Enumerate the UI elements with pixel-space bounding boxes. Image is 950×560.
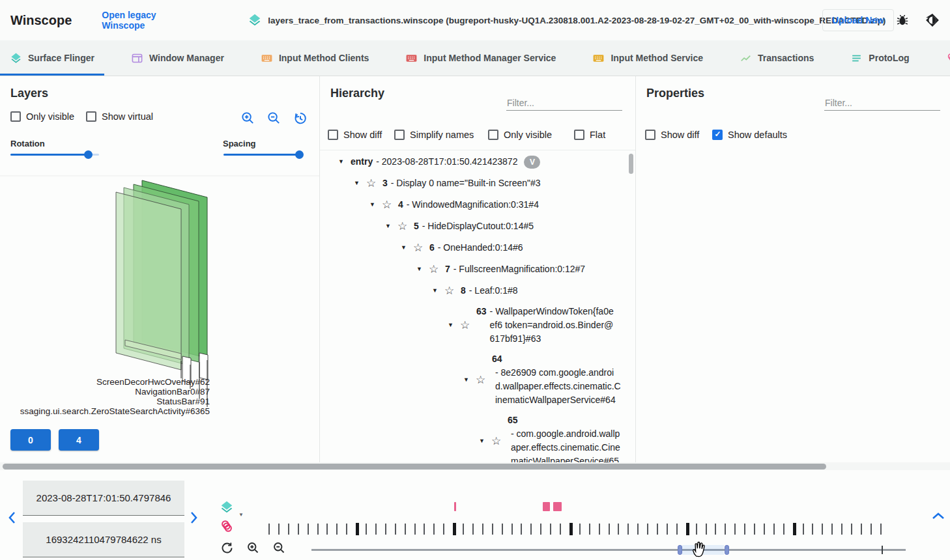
pin-star-icon[interactable]: ☆: [460, 318, 476, 332]
timeline-tick[interactable]: [599, 524, 600, 535]
expand-caret-icon[interactable]: ▼: [416, 262, 429, 276]
timeline-tick[interactable]: [734, 524, 736, 535]
pin-star-icon[interactable]: ☆: [429, 262, 445, 276]
timeline-tick[interactable]: [414, 524, 416, 535]
timeline-tick[interactable]: [637, 524, 639, 535]
timeline-tick[interactable]: [560, 524, 561, 535]
timeline-tick[interactable]: [521, 524, 522, 535]
tree-row[interactable]: ▼ ☆ 8- Leaf:0:1#8: [320, 280, 626, 301]
tree-row[interactable]: ▼ ☆ 6- OneHanded:0:14#6: [320, 237, 626, 259]
zoom-in-icon[interactable]: [240, 111, 255, 126]
timeline-tick[interactable]: [375, 524, 377, 535]
timeline-tick[interactable]: [502, 524, 503, 535]
tab-input-method-manager-service[interactable]: Input Method Manager Service: [396, 40, 566, 76]
timeline-tick[interactable]: [754, 524, 755, 535]
timeline-zoom-slider[interactable]: [311, 544, 906, 556]
timeline-tick[interactable]: [831, 524, 833, 535]
properties-filter-input[interactable]: [824, 96, 940, 111]
tree-row[interactable]: ▼ ☆ 65- com.google.android.wallpaper.eff…: [320, 410, 626, 462]
timeline-tick[interactable]: [463, 524, 464, 535]
hierarchy-scrollbar[interactable]: [629, 154, 633, 174]
zoom-in-icon[interactable]: [246, 541, 260, 555]
expand-caret-icon[interactable]: ▼: [385, 219, 397, 233]
display-button-0[interactable]: 0: [10, 429, 51, 451]
timeline-tick[interactable]: [667, 524, 668, 535]
zoom-slider-selected-range[interactable]: [682, 545, 724, 555]
timeline-tick[interactable]: [336, 524, 338, 535]
layer-rect-small[interactable]: [199, 353, 208, 380]
tab-transitions[interactable]: Transitions: [936, 40, 950, 76]
rotation-slider[interactable]: [10, 154, 99, 156]
timeline-tick[interactable]: [589, 524, 590, 535]
transition-marker[interactable]: [553, 502, 562, 511]
pin-star-icon[interactable]: ☆: [397, 219, 414, 233]
timeline-tick[interactable]: [443, 524, 444, 535]
timeline-tick[interactable]: [618, 524, 619, 535]
transition-marker[interactable]: [543, 502, 550, 511]
human-timestamp-input[interactable]: [23, 481, 184, 516]
timeline-tick[interactable]: [696, 524, 697, 535]
timeline-tick[interactable]: [278, 524, 280, 535]
timeline-tick[interactable]: [706, 524, 707, 535]
timeline-tick[interactable]: [841, 524, 842, 535]
rotation-slider-thumb[interactable]: [84, 150, 93, 159]
layers-3d-view[interactable]: [0, 174, 319, 408]
ns-timestamp-input[interactable]: [23, 522, 184, 557]
timeline-tick[interactable]: [851, 524, 852, 535]
bug-report-icon[interactable]: [895, 13, 910, 27]
tree-row[interactable]: ▼ ☆ 5- HideDisplayCutout:0:14#5: [320, 216, 626, 237]
timeline-tick[interactable]: [453, 523, 456, 535]
timeline-tick[interactable]: [385, 524, 386, 535]
restore-view-icon[interactable]: [293, 111, 308, 126]
show-diff-checkbox[interactable]: [328, 130, 338, 140]
pin-star-icon[interactable]: ☆: [491, 434, 508, 448]
timeline-tick[interactable]: [395, 524, 396, 535]
timeline-tick[interactable]: [647, 524, 648, 535]
timeline-tick[interactable]: [530, 524, 532, 535]
expand-caret-icon[interactable]: ▼: [448, 318, 460, 332]
tree-row[interactable]: ▼ ☆ 64- 8e26909 com.google.android.wallp…: [320, 349, 626, 410]
timeline-tick[interactable]: [433, 524, 435, 535]
timeline-tick[interactable]: [783, 524, 784, 535]
tab-window-manager[interactable]: Window Manager: [121, 40, 234, 76]
timeline-tick[interactable]: [812, 524, 813, 535]
timeline-tick[interactable]: [822, 524, 823, 535]
timeline-tick[interactable]: [268, 524, 270, 535]
expand-caret-icon[interactable]: ▼: [401, 241, 413, 255]
timeline-tick[interactable]: [744, 524, 745, 535]
timeline-tick[interactable]: [540, 524, 541, 535]
refresh-icon[interactable]: [220, 541, 234, 555]
chevron-right-icon[interactable]: [188, 511, 199, 525]
timeline-tick[interactable]: [550, 524, 551, 535]
chevron-up-icon[interactable]: [931, 511, 945, 522]
timeline-tick[interactable]: [627, 524, 629, 535]
timeline-tick[interactable]: [356, 523, 359, 535]
timeline-tick[interactable]: [657, 524, 658, 535]
timeline-tick[interactable]: [405, 524, 406, 535]
timeline-tick[interactable]: [579, 524, 581, 535]
tree-row[interactable]: ▼ ☆ 7- FullscreenMagnification:0:12#7: [320, 259, 626, 280]
timeline-tick[interactable]: [346, 524, 347, 535]
timeline-tick[interactable]: [725, 524, 726, 535]
timeline-tick[interactable]: [803, 524, 804, 535]
tree-row[interactable]: ▼ ☆ 4- WindowedMagnification:0:31#4: [320, 194, 626, 216]
expand-caret-icon[interactable]: ▼: [479, 434, 491, 448]
tab-surface-flinger[interactable]: Surface Flinger: [0, 40, 104, 76]
expand-caret-icon[interactable]: ▼: [432, 284, 444, 298]
tab-transactions[interactable]: Transactions: [730, 40, 824, 76]
layer-rect[interactable]: [142, 180, 207, 358]
timeline-tick[interactable]: [326, 524, 328, 535]
tree-row[interactable]: ▼ ☆ 63- WallpaperWindowToken{fa0eef6 tok…: [320, 301, 626, 349]
timeline-tick[interactable]: [492, 524, 493, 535]
chevron-left-icon[interactable]: [7, 511, 18, 525]
show-diff-checkbox[interactable]: [645, 130, 655, 140]
tab-input-method-service[interactable]: Input Method Service: [583, 40, 713, 76]
zoom-out-icon[interactable]: [266, 111, 281, 126]
pin-star-icon[interactable]: ☆: [413, 241, 429, 255]
timeline-tick[interactable]: [793, 523, 796, 535]
timeline-tick[interactable]: [317, 524, 319, 535]
timeline-tick[interactable]: [871, 524, 872, 535]
chevron-down-icon[interactable]: ▼: [238, 512, 244, 518]
tree-row-entry[interactable]: ▼ entry- 2023-08-28T17:01:50.421423872V: [320, 151, 626, 173]
expand-caret-icon[interactable]: ▼: [354, 176, 366, 190]
